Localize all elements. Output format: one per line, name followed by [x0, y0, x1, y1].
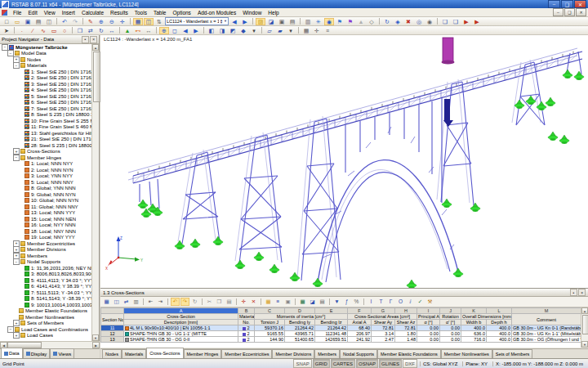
section-check-icon[interactable]: ✓: [416, 298, 425, 306]
section-fav-icon[interactable]: Τ: [376, 298, 385, 306]
close-button[interactable]: ✕: [574, 0, 586, 8]
nodal-support-icon[interactable]: [254, 252, 264, 261]
guidelines-icon[interactable]: ≡: [323, 27, 332, 34]
column-letter-C[interactable]: C: [255, 308, 285, 314]
tree-item[interactable]: 18: Local; NNY NNN: [0, 228, 92, 235]
table-tab-cross-sections[interactable]: Cross-Sections: [146, 348, 183, 358]
tree-item[interactable]: +Load Cases: [0, 333, 92, 339]
excel-export-icon[interactable]: ▦: [298, 298, 307, 306]
table-sync-icon[interactable]: ⇄: [122, 298, 131, 306]
section-solid-icon[interactable]: Ο: [396, 298, 405, 306]
nodal-support-icon[interactable]: [453, 268, 463, 277]
collapse-icon[interactable]: −: [13, 155, 20, 161]
member-tool-icon[interactable]: ∕: [28, 27, 38, 34]
row-number[interactable]: 12: [101, 331, 124, 337]
scroll-up-icon[interactable]: ▲: [92, 44, 99, 51]
jump-last-icon[interactable]: ⇥: [156, 298, 165, 306]
tree-item[interactable]: −Member Hinges: [0, 155, 92, 161]
tree-item[interactable]: 13: Local; NNN YYY: [0, 210, 92, 217]
spinner-icon[interactable]: ▲▼: [220, 19, 223, 25]
display-properties-icon[interactable]: ▥: [303, 18, 313, 25]
column-letter-I[interactable]: I: [417, 308, 440, 314]
circle-tool-icon[interactable]: ○: [60, 27, 69, 34]
zoom-in-icon[interactable]: ⊕: [96, 18, 106, 25]
pin-icon[interactable]: ▪: [82, 36, 89, 43]
move-icon[interactable]: ↔: [107, 27, 117, 34]
tree-item[interactable]: 10: Fine Grain Steel S 255 M |: [0, 118, 92, 124]
show-panel-icon[interactable]: ◫: [144, 18, 154, 25]
solid-mode-icon[interactable]: ▰: [275, 27, 285, 34]
navigator-tab-views[interactable]: Views: [50, 348, 74, 358]
tree-item[interactable]: 9: 10013,10014,10033,10034,1: [0, 302, 92, 308]
table-tab-member-elastic-foundations[interactable]: Member Elastic Foundations: [377, 349, 441, 358]
tree-item[interactable]: 11: Global; NNN NNY: [0, 204, 92, 210]
cut-icon[interactable]: ✂: [205, 298, 214, 306]
mdi-close-button[interactable]: ✕: [576, 8, 586, 16]
tree-item[interactable]: 8: 5141,5143; Y -38.39 °; YYY N: [0, 296, 92, 303]
calculate-all-icon[interactable]: ▶: [472, 18, 482, 25]
save-icon[interactable]: ▣: [23, 18, 33, 25]
column-letter-B[interactable]: B: [238, 308, 255, 314]
close-icon[interactable]: ×: [578, 289, 586, 296]
paste-icon[interactable]: ▤: [225, 298, 234, 306]
nodal-support-icon[interactable]: [290, 272, 300, 281]
row-number[interactable]: 13: [101, 337, 124, 343]
column-letter-D[interactable]: D: [285, 308, 315, 314]
nodal-support-icon[interactable]: [526, 96, 536, 105]
insert-row-icon[interactable]: ✛: [239, 298, 248, 306]
navigator-tab-data[interactable]: Data: [1, 348, 23, 358]
printer-icon[interactable]: ▤: [287, 18, 297, 25]
table-tab-nodal-supports[interactable]: Nodal Supports: [340, 349, 377, 358]
snap-toggle-cartes[interactable]: CARTES: [331, 359, 355, 368]
tree-item[interactable]: 15: Local; NNN NEN: [0, 216, 92, 222]
node-tool-icon[interactable]: ∙: [17, 27, 27, 34]
view-iso-icon[interactable]: ◆: [238, 27, 248, 34]
view-x-icon[interactable]: ◧: [207, 27, 216, 34]
next-load-case-icon[interactable]: ▶: [240, 18, 250, 25]
nodal-support-icon[interactable]: [235, 260, 245, 269]
tree-item[interactable]: 7: Steel StE 250 | DIN 17162:19: [0, 105, 92, 112]
nodal-support-icon[interactable]: [190, 239, 200, 248]
nodal-support-icon[interactable]: [559, 135, 569, 144]
menu-insert[interactable]: Insert: [59, 8, 78, 16]
tree-item[interactable]: 16: Local; NYY NNN: [0, 222, 92, 229]
navigator-tab-display[interactable]: Display: [23, 348, 51, 358]
snap-toggle-icon[interactable]: ✛: [312, 27, 322, 34]
table-tab-nodes[interactable]: Nodes: [102, 349, 122, 358]
imperfection-icon[interactable]: ▲: [356, 18, 366, 25]
bridge-model[interactable]: Z Y X: [100, 35, 588, 288]
copy-icon[interactable]: ❐: [215, 298, 224, 306]
table-row[interactable]: 13SHAPE-THIN GB 30 - OG 0-II2144.9051400…: [101, 337, 581, 343]
tree-item[interactable]: −Nodal Supports: [0, 259, 92, 266]
tree-item[interactable]: 10: Global; NNN NYN: [0, 198, 92, 204]
scroll-down-icon[interactable]: ▼: [581, 341, 588, 348]
load-case-selector[interactable]: LC1124 - Wanderlast x = 1▲▼▼: [165, 17, 229, 25]
tree-item[interactable]: 1: Local; NNN NYY: [0, 161, 92, 168]
scroll-up-icon[interactable]: ▲: [581, 307, 588, 314]
list-icon[interactable]: ≡: [274, 298, 283, 306]
snap-toggle-osnap[interactable]: OSNAP: [356, 359, 378, 368]
redo-icon[interactable]: ↷: [180, 298, 189, 306]
pin-icon[interactable]: ▪: [570, 289, 577, 296]
tree-item[interactable]: −Materials: [0, 63, 92, 70]
tree-item[interactable]: 21: Steel StE 250 | DIN 17162:1: [0, 137, 92, 143]
minimize-button[interactable]: –: [548, 0, 560, 8]
nodal-support-icon[interactable]: [213, 236, 223, 245]
tree-item[interactable]: 2: Local; NNN NYN: [0, 167, 92, 173]
nodal-support-icon[interactable]: [574, 71, 584, 80]
menu-add-on-modules[interactable]: Add-on Modules: [194, 8, 239, 16]
column-letter-L[interactable]: L: [487, 308, 512, 314]
undo-icon[interactable]: ↶: [171, 298, 180, 306]
nodal-support-icon[interactable]: [563, 70, 572, 79]
menu-calculate[interactable]: Calculate: [78, 8, 107, 16]
view-dropdown-icon[interactable]: ▾: [249, 27, 259, 34]
column-letter-H[interactable]: H: [395, 308, 417, 314]
model-viewport[interactable]: LC1124 : -Wanderlast x = 14.200 m_FA1: [100, 35, 588, 288]
wind-load-icon[interactable]: ⚑: [335, 18, 345, 25]
open-folder-icon[interactable]: ▭: [12, 18, 22, 25]
print-icon[interactable]: ▤: [33, 18, 43, 25]
tree-item[interactable]: 8: Global; YNN NNN: [0, 186, 92, 192]
delete-row-icon[interactable]: ✕: [249, 298, 258, 306]
ole-icon[interactable]: ◪: [308, 298, 317, 306]
nodal-support-icon[interactable]: [514, 100, 524, 109]
